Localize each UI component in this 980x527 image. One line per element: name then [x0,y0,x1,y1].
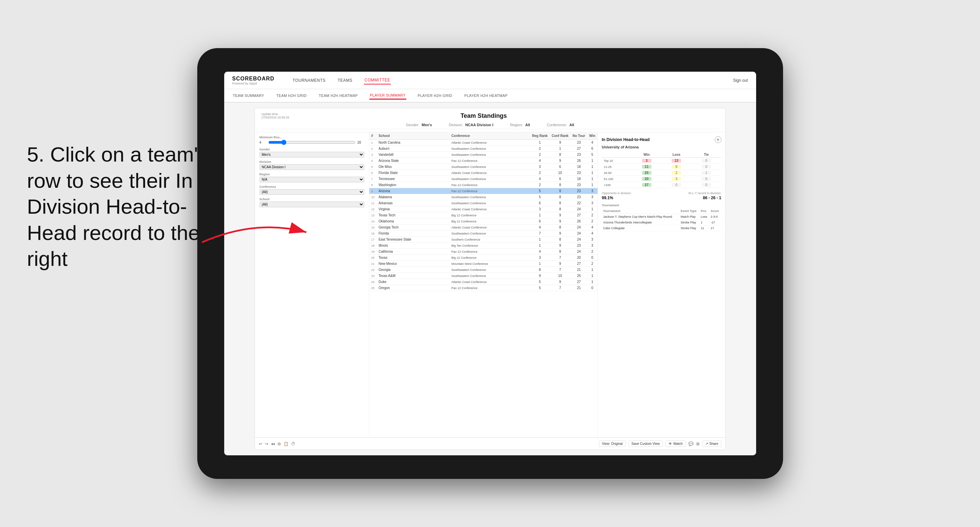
table-row[interactable]: 15 Georgia Tech Atlantic Coast Conferenc… [369,224,598,230]
table-row[interactable]: 7 Tennessee Southeastern Conference 4 6 … [369,176,598,182]
table-row[interactable]: 16 Florida Southeastern Conference 7 9 2… [369,230,598,237]
redo-icon[interactable]: ↪ [265,441,268,446]
copy-icon[interactable]: ⧉ [278,441,281,446]
table-row[interactable]: 13 Texas Tech Big 12 Conference 1 9 27 2 [369,212,598,218]
col-conference: Conference [449,132,530,140]
skip-back-icon[interactable]: ⏮ [271,441,275,446]
table-row[interactable]: 9 Arizona Pac-12 Conference 5 8 23 3 [369,188,598,194]
row-conf-rank: 9 [550,243,571,249]
undo-icon[interactable]: ↩ [259,441,262,446]
row-rank: 10 [369,194,377,200]
row-win: 3 [587,194,597,200]
h2h-loss: 0 [662,182,692,188]
division-filter-group: Division NCAA Division I NCAA Division I… [259,160,364,170]
table-row[interactable]: 1 North Carolina Atlantic Coast Conferen… [369,140,598,146]
row-reg-rank: 7 [530,230,550,237]
table-row[interactable]: 17 East Tennessee State Southern Confere… [369,237,598,243]
view-original-button[interactable]: View: Original [599,441,626,447]
h2h-range-header [602,152,632,158]
h2h-win-header: Win [632,152,662,158]
h2h-close-button[interactable]: ✕ [715,136,721,143]
table-row[interactable]: 23 Texas A&M Southeastern Conference 9 1… [369,273,598,279]
grid-icon[interactable]: ⊞ [696,441,700,446]
conference-select[interactable]: (All) Atlantic Coast Conference Pac-12 C… [259,189,364,195]
col-school: School [377,132,449,140]
table-row[interactable]: 10 Alabama Southeastern Conference 5 8 2… [369,194,598,200]
row-no-tour: 20 [571,255,587,261]
row-win: 0 [587,285,597,291]
row-reg-rank: 4 [530,249,550,255]
table-row[interactable]: 25 Oregon Pac-12 Conference 5 7 21 0 [369,285,598,291]
row-reg-rank: 5 [530,279,550,285]
col-win: Win [587,132,597,140]
row-win: 1 [587,206,597,212]
watch-button[interactable]: 👁 Watch [665,441,686,447]
gender-select[interactable]: Men's Women's [259,152,364,157]
row-no-tour: 24 [571,224,587,230]
table-row[interactable]: 4 Arizona State Pac-12 Conference 4 9 26… [369,158,598,164]
row-conference: Southeastern Conference [449,152,530,158]
table-row[interactable]: 20 Texas Big 12 Conference 3 7 20 0 [369,255,598,261]
table-row[interactable]: 12 Virginia Atlantic Coast Conference 3 … [369,206,598,212]
nav-tournaments[interactable]: TOURNAMENTS [292,77,326,84]
share-button[interactable]: ↗ Share [702,441,721,447]
table-row[interactable]: 21 New Mexico Mountain West Conference 1… [369,261,598,267]
tournament-event-type-header: Event Type [679,208,700,214]
region-select[interactable]: N/A All [259,177,364,183]
nav-committee[interactable]: COMMITTEE [364,76,391,84]
h2h-tie: 0 [692,164,721,170]
sub-nav-team-summary[interactable]: TEAM SUMMARY [232,92,265,99]
row-reg-rank: 3 [530,164,550,170]
school-select[interactable]: (All) [259,202,364,207]
table-row[interactable]: 3 Vanderbilt Southeastern Conference 2 8… [369,152,598,158]
h2h-win: 27 [632,182,662,188]
sub-nav-player-h2h-heatmap[interactable]: PLAYER H2H HEATMAP [464,92,508,99]
row-no-tour: 23 [571,188,587,194]
table-row[interactable]: 18 Illinois Big Ten Conference 1 9 23 3 [369,243,598,249]
row-no-tour: 21 [571,285,587,291]
table-row[interactable]: 5 Ole Miss Southeastern Conference 3 6 1… [369,164,598,170]
record-label: W-L-T record in-division: [689,192,721,195]
row-conference: Pac-12 Conference [449,249,530,255]
row-rank: 3 [369,152,377,158]
row-rank: 19 [369,249,377,255]
sub-nav-player-summary[interactable]: PLAYER SUMMARY [369,92,406,100]
top-navigation: SCOREBOARD Powered by clippd TOURNAMENTS… [224,72,756,89]
min-rounds-slider[interactable] [268,140,355,145]
sign-out-button[interactable]: Sign out [733,78,748,83]
h2h-range: Top 10 [602,158,632,164]
division-select[interactable]: NCAA Division I NCAA Division II NCAA Di… [259,164,364,170]
sub-nav-team-h2h-heatmap[interactable]: TEAM H2H HEATMAP [318,92,358,99]
row-no-tour: 24 [571,249,587,255]
row-conf-rank: 8 [550,152,571,158]
timer-icon[interactable]: ⏱ [291,441,295,446]
save-custom-view-button[interactable]: Save Custom View [628,441,663,447]
sub-nav-player-h2h-grid[interactable]: PLAYER H2H GRID [417,92,453,99]
main-content-area: Update time: 27/03/2024 16:56:26 Team St… [224,103,756,455]
paste-icon[interactable]: 📋 [283,441,288,446]
table-row[interactable]: 19 California Pac-12 Conference 4 8 24 2 [369,249,598,255]
row-reg-rank: 2 [530,170,550,176]
row-win: 3 [587,237,597,243]
comment-icon[interactable]: 💬 [689,441,694,446]
tournament-event-type: Stroke Play [679,220,700,225]
table-row[interactable]: 2 Auburn Southeastern Conference 2 1 27 … [369,146,598,152]
table-row[interactable]: 14 Oklahoma Big 12 Conference 6 9 26 2 [369,218,598,224]
table-row[interactable]: 6 Florida State Atlantic Coast Conferenc… [369,170,598,176]
row-rank: 11 [369,200,377,206]
table-row[interactable]: 22 Georgia Southeastern Conference 8 7 2… [369,267,598,273]
row-conference: Southern Conference [449,237,530,243]
table-row[interactable]: 24 Duke Atlantic Coast Conference 5 9 27… [369,279,598,285]
row-reg-rank: 2 [530,182,550,188]
table-row[interactable]: 11 Arkansas Southeastern Conference 6 8 … [369,200,598,206]
tournament-row: Arizona Thunderbirds Intercollegiate Str… [602,220,721,225]
row-conference: Southeastern Conference [449,267,530,273]
row-conference: Southeastern Conference [449,194,530,200]
col-conf-rank: Conf Rank [550,132,571,140]
table-row[interactable]: 8 Washington Pac-12 Conference 2 8 23 1 [369,182,598,188]
conference-filter-label: Conference [259,185,364,189]
sub-nav-team-h2h-grid[interactable]: TEAM H2H GRID [276,92,307,99]
nav-teams[interactable]: TEAMS [337,77,353,84]
row-rank: 25 [369,285,377,291]
conference-filter-group: Conference (All) Atlantic Coast Conferen… [259,185,364,195]
